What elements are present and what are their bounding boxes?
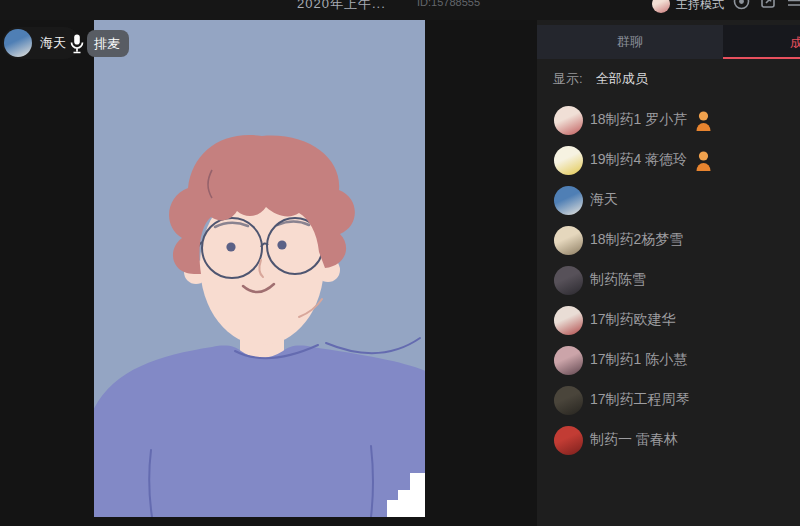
member-row[interactable]: 17制药工程周琴 (537, 380, 800, 420)
meeting-id: ID:15788555 (417, 0, 480, 8)
member-row[interactable]: 制药陈雪 (537, 260, 800, 300)
meeting-title: 2020年上午... (297, 0, 386, 13)
speaker-illustration (94, 20, 425, 517)
speaker-avatar (4, 29, 32, 57)
member-name: 海天 (590, 191, 618, 209)
microphone-icon (70, 33, 84, 55)
speaker-name-pill: 海天 (2, 27, 80, 59)
filter-value-dropdown[interactable]: 全部成员 (596, 70, 648, 88)
video-tile[interactable] (94, 20, 425, 517)
member-row[interactable]: 海天 (537, 180, 800, 220)
tab-group-chat[interactable]: 群聊 (537, 25, 723, 59)
tab-members[interactable]: 成员 (723, 25, 800, 59)
queue-mic-badge[interactable]: 排麦 (70, 30, 129, 57)
member-list: 18制药1 罗小芹 19制药4 蒋德玲 海天 18制 (537, 100, 800, 460)
member-avatar (554, 186, 583, 215)
member-avatar (554, 346, 583, 375)
menu-icon[interactable] (788, 0, 800, 8)
queue-mic-label: 排麦 (87, 30, 129, 57)
member-row[interactable]: 17制药欧建华 (537, 300, 800, 340)
member-avatar (554, 226, 583, 255)
member-avatar (554, 266, 583, 295)
member-avatar (554, 306, 583, 335)
host-avatar (652, 0, 670, 13)
member-avatar (554, 386, 583, 415)
member-name: 18制药1 罗小芹 (590, 111, 687, 129)
member-name: 18制药2杨梦雪 (590, 231, 683, 249)
member-row[interactable]: 17制药1 陈小慧 (537, 340, 800, 380)
member-filter-row: 显示: 全部成员 (553, 69, 800, 89)
panel-tab-bar: 群聊 成员 (537, 25, 800, 59)
member-avatar (554, 426, 583, 455)
member-name: 制药一 雷春林 (590, 431, 678, 449)
raised-hand-icon (695, 150, 712, 171)
speaker-name: 海天 (40, 34, 66, 52)
raised-hand-icon (695, 110, 712, 131)
members-panel: 群聊 成员 显示: 全部成员 18制药1 罗小芹 19制药4 蒋德玲 (537, 0, 800, 526)
member-row[interactable]: 19制药4 蒋德玲 (537, 140, 800, 180)
member-name: 17制药工程周琴 (590, 391, 690, 409)
member-name: 19制药4 蒋德玲 (590, 151, 687, 169)
member-row[interactable]: 18制药2杨梦雪 (537, 220, 800, 260)
member-name: 制药陈雪 (590, 271, 646, 289)
member-avatar (554, 106, 583, 135)
active-tab-underline (723, 57, 800, 59)
member-name: 17制药1 陈小慧 (590, 351, 687, 369)
member-name: 17制药欧建华 (590, 311, 676, 329)
member-avatar (554, 146, 583, 175)
member-row[interactable]: 18制药1 罗小芹 (537, 100, 800, 140)
top-bar: 2020年上午... ID:15788555 主持模式 (0, 0, 800, 20)
record-icon[interactable] (733, 0, 750, 10)
filter-label: 显示: (553, 70, 583, 88)
member-row[interactable]: 制药一 雷春林 (537, 420, 800, 460)
share-screen-icon[interactable] (760, 0, 776, 9)
host-mode-label: 主持模式 (676, 0, 724, 13)
